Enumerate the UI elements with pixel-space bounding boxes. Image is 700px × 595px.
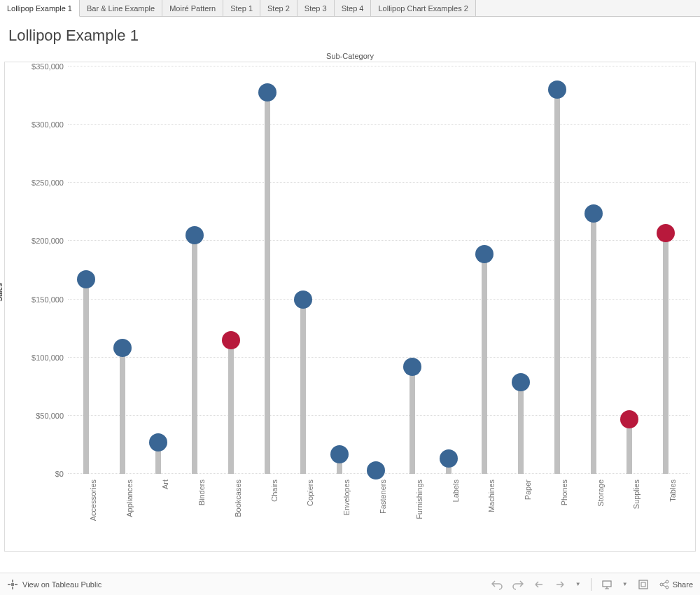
y-tick-label: $350,000 bbox=[31, 62, 64, 71]
y-axis-label: Sales bbox=[0, 283, 4, 301]
tab-bar: Lollipop Example 1Bar & Line ExampleMoir… bbox=[0, 0, 700, 17]
y-tick-label: $300,000 bbox=[31, 120, 64, 129]
download-icon[interactable] bbox=[638, 579, 649, 590]
lollipop-stem bbox=[663, 233, 668, 474]
lollipop-stem bbox=[228, 340, 234, 474]
svg-point-8 bbox=[660, 583, 663, 586]
x-tick-label: Copiers bbox=[306, 479, 314, 506]
x-tick-label: Envelopes bbox=[342, 479, 351, 515]
svg-point-9 bbox=[666, 580, 668, 583]
x-tick-label: Paper bbox=[524, 479, 532, 500]
tab-step-1[interactable]: Step 1 bbox=[223, 0, 260, 16]
lollipop-stem bbox=[120, 348, 125, 474]
x-tick-label: Bookcases bbox=[234, 479, 242, 517]
tab-step-2[interactable]: Step 2 bbox=[260, 0, 298, 16]
lollipop-stem bbox=[518, 382, 524, 474]
lollipop-dot[interactable] bbox=[475, 245, 493, 263]
x-tick-label: Binders bbox=[197, 479, 206, 505]
gridline bbox=[68, 357, 690, 358]
share-label: Share bbox=[673, 580, 693, 589]
revert-icon[interactable] bbox=[533, 579, 545, 590]
svg-rect-5 bbox=[603, 581, 611, 587]
dropdown-caret-icon[interactable]: ▼ bbox=[575, 581, 581, 587]
undo-icon[interactable] bbox=[491, 579, 503, 590]
gridline bbox=[68, 415, 690, 416]
tab-lollipop-example-1[interactable]: Lollipop Example 1 bbox=[0, 0, 80, 17]
lollipop-dot[interactable] bbox=[77, 270, 95, 288]
x-tick-label: Art bbox=[161, 479, 169, 489]
toolbar-divider bbox=[591, 578, 592, 591]
plot-area: $0$50,000$100,000$150,000$200,000$250,00… bbox=[68, 68, 690, 474]
lollipop-stem bbox=[83, 279, 89, 474]
view-on-tableau-label: View on Tableau Public bbox=[22, 580, 102, 589]
replay-icon[interactable] bbox=[554, 579, 566, 590]
gridline bbox=[68, 66, 690, 66]
y-tick-label: $50,000 bbox=[36, 412, 64, 420]
svg-rect-1 bbox=[12, 587, 13, 589]
lollipop-stem bbox=[300, 300, 306, 474]
gridline bbox=[68, 240, 690, 241]
lollipop-dot[interactable] bbox=[657, 224, 675, 242]
lollipop-dot[interactable] bbox=[403, 358, 421, 376]
lollipop-dot[interactable] bbox=[548, 80, 566, 99]
lollipop-stem bbox=[265, 92, 270, 474]
lollipop-dot[interactable] bbox=[367, 461, 385, 479]
redo-icon[interactable] bbox=[512, 579, 524, 590]
chart-container: Sub-Category Sales $0$50,000$100,000$150… bbox=[4, 52, 696, 556]
lollipop-stem bbox=[410, 367, 415, 474]
svg-point-10 bbox=[666, 586, 668, 589]
x-tick-label: Furnishings bbox=[415, 479, 424, 519]
svg-rect-7 bbox=[641, 582, 645, 587]
view-on-tableau-link[interactable]: View on Tableau Public bbox=[7, 579, 102, 590]
lollipop-dot[interactable] bbox=[620, 410, 638, 428]
x-tick-label: Accessories bbox=[89, 479, 97, 521]
svg-rect-2 bbox=[8, 584, 10, 585]
presentation-icon[interactable] bbox=[601, 579, 612, 590]
presentation-caret-icon[interactable]: ▼ bbox=[622, 581, 628, 587]
svg-rect-3 bbox=[15, 584, 18, 585]
share-button[interactable]: Share bbox=[659, 579, 693, 590]
x-tick-label: Phones bbox=[560, 479, 568, 505]
lollipop-dot[interactable] bbox=[222, 331, 240, 349]
y-tick-label: $200,000 bbox=[31, 237, 64, 245]
x-tick-label: Storage bbox=[596, 479, 605, 507]
gridline bbox=[68, 182, 690, 183]
chart-subtitle: Sub-Category bbox=[4, 52, 696, 62]
lollipop-stem bbox=[482, 254, 487, 474]
tableau-logo-icon bbox=[7, 579, 18, 590]
lollipop-dot[interactable] bbox=[330, 445, 349, 463]
lollipop-stem bbox=[192, 235, 197, 474]
lollipop-dot[interactable] bbox=[294, 290, 312, 309]
lollipop-dot[interactable] bbox=[440, 449, 458, 468]
tab-lollipop-chart-examples-2[interactable]: Lollipop Chart Examples 2 bbox=[371, 0, 475, 16]
tab-step-3[interactable]: Step 3 bbox=[298, 0, 335, 16]
y-tick-label: $100,000 bbox=[31, 354, 64, 362]
lollipop-dot[interactable] bbox=[149, 433, 167, 451]
lollipop-dot[interactable] bbox=[186, 226, 204, 244]
lollipop-dot[interactable] bbox=[584, 204, 603, 223]
x-tick-label: Machines bbox=[487, 479, 496, 512]
tab-step-4[interactable]: Step 4 bbox=[335, 0, 372, 16]
gridline bbox=[68, 124, 690, 125]
y-tick-label: $0 bbox=[55, 470, 64, 478]
lollipop-dot[interactable] bbox=[113, 339, 132, 357]
x-tick-label: Labels bbox=[451, 479, 460, 502]
svg-rect-4 bbox=[11, 583, 14, 586]
tab-moir-pattern[interactable]: Moiré Pattern bbox=[162, 0, 223, 16]
x-tick-label: Tables bbox=[668, 479, 677, 502]
x-tick-label: Chairs bbox=[270, 479, 279, 502]
x-tick-label: Supplies bbox=[632, 479, 640, 509]
y-tick-label: $150,000 bbox=[31, 295, 64, 304]
gridline bbox=[68, 299, 690, 300]
x-tick-label: Appliances bbox=[125, 479, 134, 517]
svg-rect-0 bbox=[12, 580, 13, 582]
share-icon bbox=[659, 579, 670, 590]
x-tick-label: Fasteners bbox=[379, 479, 387, 514]
footer-toolbar: View on Tableau Public ▼ ▼ Share bbox=[0, 573, 700, 595]
chart-area: Sales $0$50,000$100,000$150,000$200,000$… bbox=[4, 62, 696, 552]
page-title: Lollipop Example 1 bbox=[0, 17, 700, 52]
tab-bar-line-example[interactable]: Bar & Line Example bbox=[80, 0, 162, 16]
lollipop-dot[interactable] bbox=[258, 83, 276, 102]
y-tick-label: $250,000 bbox=[31, 178, 64, 187]
lollipop-dot[interactable] bbox=[512, 373, 530, 391]
